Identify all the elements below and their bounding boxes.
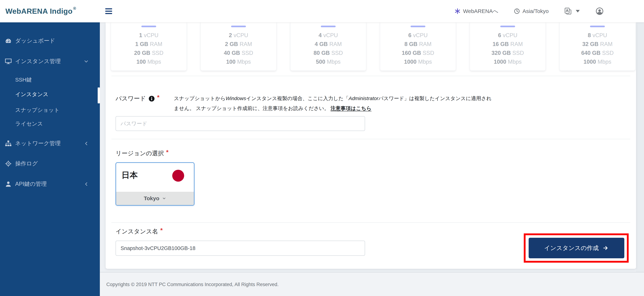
top-navbar: WebARENA Indigo® WebARENAへ Asia/Tokyo — [0, 0, 644, 22]
sidebar-scrollbar-thumb[interactable] — [98, 87, 100, 103]
sidebar-item-instances[interactable]: インスタンス — [0, 89, 100, 100]
app-logo[interactable]: WebARENA Indigo® — [6, 0, 76, 22]
plan-spec-row: 640 GBSSD — [560, 48, 635, 57]
plan-card[interactable]: 1vCPU1 GBRAM20 GBSSD100Mbps — [111, 22, 187, 71]
avatar-icon — [595, 7, 604, 15]
plan-spec-unit: Mbps — [327, 59, 340, 65]
zone-dropdown[interactable]: Tokyo — [116, 192, 194, 205]
webarena-icon — [454, 8, 460, 14]
plan-spec-row: 6vCPU — [380, 31, 456, 40]
sidebar-item-label: ライセンス — [15, 120, 43, 128]
nav-webarena-label: WebARENAへ — [463, 7, 498, 15]
plan-spec-unit: Mbps — [418, 59, 432, 65]
sidebar-item-licenses[interactable]: ライセンス — [0, 118, 100, 129]
plan-spec-value: 32 GB — [582, 41, 598, 47]
divider — [112, 76, 630, 76]
plan-spec-value: 8 — [588, 32, 591, 38]
plan-spec-unit: SSD — [602, 50, 614, 56]
main-area: 1vCPU1 GBRAM20 GBSSD100Mbps2vCPU2 GBRAM4… — [100, 22, 644, 296]
nav-timezone[interactable]: Asia/Tokyo — [514, 8, 549, 14]
chevron-down-icon — [84, 59, 89, 64]
required-asterisk: * — [160, 227, 163, 234]
plan-spec-value: 500 — [316, 59, 325, 65]
note-italic: Administrator — [349, 96, 378, 101]
plan-spec-value: 1 — [139, 32, 142, 38]
sidebar-item-network-management[interactable]: ネットワーク管理 — [0, 138, 100, 149]
plan-spec-value: 320 GB — [492, 50, 511, 56]
create-instance-button[interactable]: インスタンスの作成 — [529, 238, 624, 258]
hamburger-menu-button[interactable] — [105, 7, 113, 15]
copyright-text: Copyrights © 2019 NTT PC Communications … — [106, 282, 278, 287]
note-text: インスタンス複製の場合、ここに入力した「 — [246, 96, 349, 101]
app-logo-text: WebARENA Indigo — [6, 7, 72, 15]
plan-spec-unit: Mbps — [508, 59, 522, 65]
plan-spec-row: 100Mbps — [201, 57, 276, 66]
plan-card[interactable]: 6vCPU8 GBRAM160 GBSSD1000Mbps — [380, 22, 456, 71]
plan-spec-unit: Mbps — [598, 59, 611, 65]
sidebar-item-operation-log[interactable]: 操作ログ — [0, 158, 100, 169]
navbar-right: WebARENAへ Asia/Tokyo — [454, 0, 604, 22]
sidebar-item-label: ダッシュボード — [15, 37, 55, 44]
sidebar-item-instance-management[interactable]: インスタンス管理 — [0, 56, 100, 67]
nav-account-menu[interactable] — [595, 7, 604, 15]
plan-spec-value: 6 — [408, 32, 411, 38]
plan-spec-value: 4 — [318, 32, 322, 38]
note-italic: Windows — [226, 96, 246, 101]
plan-spec-value: 4 GB — [315, 41, 328, 47]
plan-spec-value: 100 — [226, 59, 236, 65]
nav-timezone-label: Asia/Tokyo — [522, 8, 549, 14]
plan-spec-unit: RAM — [240, 41, 252, 47]
chevron-left-icon — [84, 182, 89, 187]
password-note: スナップショットからWindowsインスタンス複製の場合、ここに入力した「Adm… — [174, 93, 494, 113]
password-input[interactable] — [116, 116, 365, 131]
nav-webarena-link[interactable]: WebARENAへ — [454, 7, 498, 15]
sidebar-item-dashboard[interactable]: ダッシュボード — [0, 35, 100, 46]
nav-language-menu[interactable] — [564, 7, 580, 15]
plan-spec-unit: Mbps — [237, 59, 251, 65]
plan-spec-unit: RAM — [510, 41, 523, 47]
plan-card[interactable]: 8vCPU32 GBRAM640 GBSSD1000Mbps — [560, 22, 635, 71]
plan-spec-row: 32 GBRAM — [560, 40, 635, 48]
plan-spec-row: 20 GBSSD — [111, 48, 186, 57]
plan-spec-unit: RAM — [419, 41, 432, 47]
plan-card[interactable]: 6vCPU16 GBRAM320 GBSSD1000Mbps — [470, 22, 546, 71]
operation-log-icon — [4, 160, 13, 167]
plan-spec-value: 1000 — [404, 59, 416, 65]
clock-icon — [514, 8, 520, 14]
hamburger-icon — [105, 8, 112, 9]
plan-accent-bar — [500, 26, 515, 27]
plan-spec-value: 6 — [498, 32, 501, 38]
plan-spec-row: 8vCPU — [560, 31, 635, 40]
plan-spec-unit: SSD — [152, 50, 164, 56]
instance-name-input[interactable] — [116, 241, 365, 256]
plan-spec-unit: SSD — [423, 50, 434, 56]
plan-spec-value: 16 GB — [492, 41, 509, 47]
sidebar: ダッシュボードインスタンス管理SSH鍵インスタンススナップショットライセンスネッ… — [0, 22, 100, 296]
plan-spec-row: 1 GBRAM — [111, 40, 186, 48]
plan-card[interactable]: 2vCPU2 GBRAM40 GBSSD100Mbps — [200, 22, 276, 71]
plan-spec-row: 1vCPU — [111, 31, 186, 40]
sidebar-item-label: インスタンス — [15, 91, 48, 98]
plan-spec-unit: Mbps — [147, 59, 161, 65]
plan-spec-row: 4vCPU — [290, 31, 366, 40]
plan-spec-value: 80 GB — [314, 50, 330, 56]
plan-spec-row: 160 GBSSD — [380, 48, 456, 57]
plan-card[interactable]: 4vCPU4 GBRAM80 GBSSD500Mbps — [290, 22, 366, 71]
plan-spec-unit: vCPU — [323, 32, 338, 38]
plan-spec-unit: SSD — [331, 50, 343, 56]
arrow-right-icon — [602, 245, 609, 251]
sidebar-item-label: スナップショット — [15, 106, 60, 114]
sidebar-item-ssh-keys[interactable]: SSH鍵 — [0, 74, 100, 85]
info-icon[interactable] — [148, 95, 155, 102]
plan-spec-value: 2 — [229, 32, 232, 38]
plan-accent-bar — [141, 26, 156, 27]
plan-accent-bar — [410, 26, 425, 27]
sidebar-item-api-keys[interactable]: API鍵の管理 — [0, 179, 100, 189]
sidebar-item-snapshots[interactable]: スナップショット — [0, 105, 100, 115]
plan-spec-value: 160 GB — [402, 50, 421, 56]
region-card-japan[interactable]: 日本 Tokyo — [116, 162, 194, 206]
plan-spec-value: 20 GB — [134, 50, 150, 56]
instance-name-label-row: インスタンス名 * — [116, 228, 163, 236]
notes-link[interactable]: 注意事項はこちら — [330, 105, 372, 111]
caret-down-icon — [576, 10, 580, 12]
